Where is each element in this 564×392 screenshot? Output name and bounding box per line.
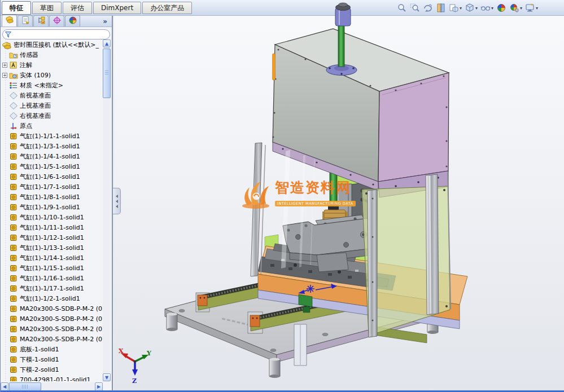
- tree-item[interactable]: 气缸(1)-1/10-1-solid1: [1, 212, 103, 222]
- dropdown-arrow-icon[interactable]: ▾: [475, 6, 478, 11]
- tree-item[interactable]: 气缸(1)-1/11-1-solid1: [1, 222, 103, 232]
- expand-toggle[interactable]: +: [2, 73, 7, 78]
- propertymanager-tab-tab[interactable]: [18, 15, 33, 27]
- tree-root-item[interactable]: 密封圈压接机 (默认<<默认>_: [1, 39, 103, 50]
- solid-bodies-folder-icon: [9, 71, 18, 80]
- dimxpertmanager-tab-tab[interactable]: [49, 15, 64, 27]
- tree-item[interactable]: 气缸(1)-1/13-1-solid1: [1, 243, 103, 253]
- tree-item[interactable]: 前视基准面: [1, 90, 103, 100]
- tree-item[interactable]: 传感器: [1, 50, 103, 60]
- ribbon-tab-3[interactable]: DimXpert: [93, 2, 141, 14]
- dropdown-arrow-icon[interactable]: ▾: [460, 6, 462, 11]
- tree-item-label: MA20x300-S-SDB-P-M-2 (0): [20, 315, 103, 323]
- zoom-to-area-icon[interactable]: [409, 2, 421, 14]
- horizontal-scroll-thumb[interactable]: [9, 382, 41, 391]
- tree-item[interactable]: 气缸(1)-1/12-1-solid1: [1, 232, 103, 243]
- tree-item[interactable]: 右视基准面: [1, 111, 103, 121]
- ribbon-tab-0[interactable]: 特征: [2, 1, 31, 15]
- tree-item[interactable]: 气缸(1)-1/2-1-solid1: [1, 293, 103, 303]
- tree-item-label: MA20x300-S-SDB-P-M-2 (0): [20, 325, 103, 333]
- solid-body-icon: [9, 132, 18, 140]
- feature-manager-panel: » 密封圈压接机 (默认<<默认>_传感器+注解+实体 (109)材质 <未指定…: [1, 16, 113, 392]
- displaymanager-tab-tab[interactable]: [65, 15, 80, 27]
- tree-filter-input[interactable]: [2, 29, 110, 39]
- display-style-icon[interactable]: ▾: [464, 2, 478, 14]
- machine-base-plate: [165, 263, 452, 362]
- tree-item[interactable]: 气缸(1)-1/16-1-solid1: [1, 273, 103, 283]
- command-manager-ribbon: 特征草图评估DimXpert办公室产品 ▾▾▾ ▾▾: [1, 0, 564, 16]
- tree-item[interactable]: MA20x300-S-SDB-P-M-2 (0): [1, 334, 103, 344]
- featuremanager-tab-tab[interactable]: [2, 15, 17, 27]
- solid-body-icon: [9, 274, 18, 283]
- tree-item[interactable]: 下模-1-solid1: [1, 354, 103, 364]
- tree-item[interactable]: MA20x300-S-SDB-P-M-2 (0): [1, 303, 103, 314]
- panel-splitter-handle[interactable]: [113, 188, 121, 214]
- solid-body-icon: [9, 284, 18, 293]
- tree-horizontal-scrollbar[interactable]: ◀ ▶: [1, 382, 103, 391]
- solid-body-icon: [9, 203, 18, 212]
- solid-body-icon: [9, 244, 18, 252]
- view-orientation-icon[interactable]: ▾: [448, 2, 462, 14]
- configurationmanager-tab-tab[interactable]: [33, 15, 49, 27]
- tree-item[interactable]: 底板-1-solid1: [1, 344, 103, 354]
- tree-item[interactable]: 700-42981-01-1-solid1: [1, 375, 103, 381]
- solid-body-icon: [9, 345, 18, 354]
- solid-body-icon: [9, 325, 18, 333]
- manager-overflow-chevron[interactable]: »: [103, 17, 107, 25]
- tree-item-label: 气缸(1)-1/13-1-solid1: [20, 244, 84, 252]
- tree-item-label: 700-42981-01-1-solid1: [20, 376, 90, 382]
- tree-item[interactable]: 气缸(1)-1/3-1-solid1: [1, 141, 103, 151]
- solid-body-icon: [9, 365, 18, 374]
- zoom-to-fit-icon[interactable]: [396, 2, 408, 14]
- vertical-scroll-thumb[interactable]: [103, 49, 111, 98]
- tree-item[interactable]: +实体 (109): [1, 70, 103, 80]
- edit-appearance-icon[interactable]: ▾: [509, 2, 523, 14]
- tree-item[interactable]: 气缸(1)-1/14-1-solid1: [1, 253, 103, 263]
- tree-item[interactable]: 下模-2-solid1: [1, 364, 103, 375]
- tree-item[interactable]: 气缸(1)-1/1-1-solid1: [1, 131, 103, 141]
- section-view-icon[interactable]: [435, 2, 447, 14]
- rotate-view-icon[interactable]: [422, 2, 434, 14]
- scroll-left-button[interactable]: ◀: [1, 382, 8, 391]
- ribbon-tab-1[interactable]: 草图: [32, 2, 62, 14]
- tree-item-label: 气缸(1)-1/9-1-solid1: [20, 203, 80, 212]
- ribbon-tab-2[interactable]: 评估: [63, 2, 92, 14]
- tree-item[interactable]: 气缸(1)-1/17-1-solid1: [1, 283, 103, 293]
- scroll-right-button[interactable]: ▶: [95, 382, 103, 391]
- tree-item[interactable]: 气缸(1)-1/15-1-solid1: [1, 263, 103, 273]
- displaymanager-tab-icon: [68, 16, 77, 27]
- tree-item-label: 右视基准面: [20, 112, 51, 120]
- solid-body-icon: [9, 264, 18, 272]
- apply-scene-icon[interactable]: [496, 2, 507, 14]
- tree-item[interactable]: 气缸(1)-1/7-1-solid1: [1, 182, 103, 192]
- triad-z-label: Z: [132, 377, 137, 385]
- tree-item[interactable]: 原点: [1, 121, 103, 131]
- tree-item[interactable]: 气缸(1)-1/9-1-solid1: [1, 202, 103, 212]
- solid-body-icon: [9, 193, 18, 201]
- tree-item[interactable]: 上视基准面: [1, 100, 103, 111]
- tree-item[interactable]: 气缸(1)-1/8-1-solid1: [1, 192, 103, 202]
- view-settings-icon[interactable]: ▾: [524, 2, 539, 14]
- tree-item[interactable]: 气缸(1)-1/5-1-solid1: [1, 161, 103, 171]
- configurationmanager-tab-icon: [37, 16, 46, 27]
- tree-item[interactable]: 气缸(1)-1/6-1-solid1: [1, 171, 103, 182]
- tree-item-label: 气缸(1)-1/10-1-solid1: [20, 213, 84, 222]
- tree-item-label: 气缸(1)-1/6-1-solid1: [20, 173, 80, 181]
- linear-rail-front: [248, 285, 406, 333]
- dropdown-arrow-icon[interactable]: ▾: [491, 6, 493, 11]
- tree-item[interactable]: MA20x300-S-SDB-P-M-2 (0): [1, 314, 103, 324]
- tree-item[interactable]: +注解: [1, 60, 103, 70]
- expand-toggle[interactable]: +: [2, 63, 7, 68]
- dropdown-arrow-icon[interactable]: ▾: [520, 6, 522, 11]
- tree-vertical-scrollbar[interactable]: ▲ ▼: [103, 39, 111, 381]
- material-icon: [9, 81, 18, 90]
- tree-item[interactable]: 气缸(1)-1/4-1-solid1: [1, 151, 103, 161]
- hide-show-items-icon[interactable]: ▾: [480, 2, 494, 14]
- dropdown-arrow-icon[interactable]: ▾: [536, 6, 538, 11]
- tree-item[interactable]: MA20x300-S-SDB-P-M-2 (0): [1, 324, 103, 334]
- scroll-up-button[interactable]: ▲: [103, 39, 111, 47]
- scroll-down-button[interactable]: ▼: [103, 373, 111, 381]
- ribbon-tab-4[interactable]: 办公室产品: [142, 2, 192, 14]
- tree-item[interactable]: 材质 <未指定>: [1, 80, 103, 90]
- solid-body-icon: [9, 223, 18, 232]
